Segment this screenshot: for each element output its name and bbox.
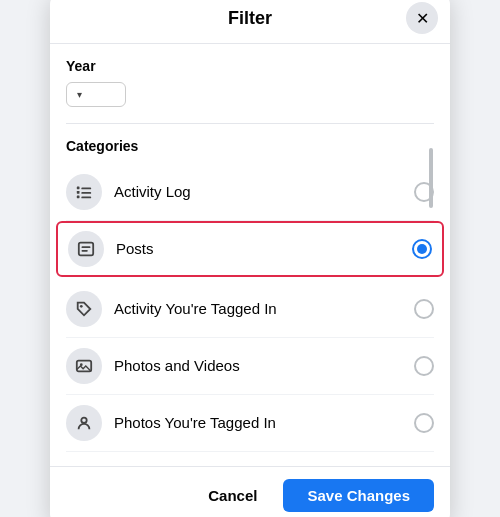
scrollbar-thumb <box>429 148 433 208</box>
category-item-activity-log[interactable]: Activity Log <box>66 164 434 221</box>
divider <box>66 123 434 124</box>
scrollbar-track[interactable] <box>428 138 434 452</box>
category-name-photos-videos: Photos and Videos <box>114 357 414 374</box>
svg-rect-2 <box>77 191 80 194</box>
category-item-photos-videos[interactable]: Photos and Videos <box>66 338 434 395</box>
svg-rect-4 <box>77 195 80 198</box>
year-label: Year <box>66 58 434 74</box>
category-name-activity-log: Activity Log <box>114 183 414 200</box>
cancel-button[interactable]: Cancel <box>192 479 273 512</box>
svg-rect-0 <box>77 186 80 189</box>
modal-title: Filter <box>228 8 272 29</box>
svg-rect-8 <box>82 249 88 251</box>
svg-point-9 <box>80 304 83 307</box>
tag-icon <box>66 291 102 327</box>
category-name-activity-tagged: Activity You're Tagged In <box>114 300 414 317</box>
svg-rect-3 <box>81 192 91 194</box>
close-button[interactable]: ✕ <box>406 2 438 34</box>
category-item-posts[interactable]: Posts <box>56 221 444 277</box>
categories-label: Categories <box>66 138 434 154</box>
modal-footer: Cancel Save Changes <box>50 466 450 518</box>
save-changes-button[interactable]: Save Changes <box>283 479 434 512</box>
list-icon <box>66 174 102 210</box>
category-name-photos-tagged: Photos You're Tagged In <box>114 414 414 431</box>
svg-rect-1 <box>81 187 91 189</box>
svg-point-12 <box>81 417 86 422</box>
person-icon <box>66 405 102 441</box>
svg-rect-5 <box>81 196 91 198</box>
svg-rect-7 <box>82 246 91 248</box>
categories-section: Categories Activity Log <box>66 138 434 452</box>
year-dropdown[interactable]: ▾ <box>66 82 126 107</box>
radio-posts-inner <box>417 244 427 254</box>
photo-icon <box>66 348 102 384</box>
category-item-photos-tagged[interactable]: Photos You're Tagged In <box>66 395 434 452</box>
svg-rect-6 <box>79 242 93 255</box>
filter-modal: Filter ✕ Year ▾ Categories <box>50 0 450 517</box>
chevron-down-icon: ▾ <box>77 89 82 100</box>
modal-body: Year ▾ Categories <box>50 44 450 466</box>
close-icon: ✕ <box>416 9 429 28</box>
modal-overlay: Filter ✕ Year ▾ Categories <box>0 0 500 517</box>
category-name-posts: Posts <box>116 240 412 257</box>
posts-icon <box>68 231 104 267</box>
modal-header: Filter ✕ <box>50 0 450 44</box>
category-item-activity-tagged[interactable]: Activity You're Tagged In <box>66 281 434 338</box>
